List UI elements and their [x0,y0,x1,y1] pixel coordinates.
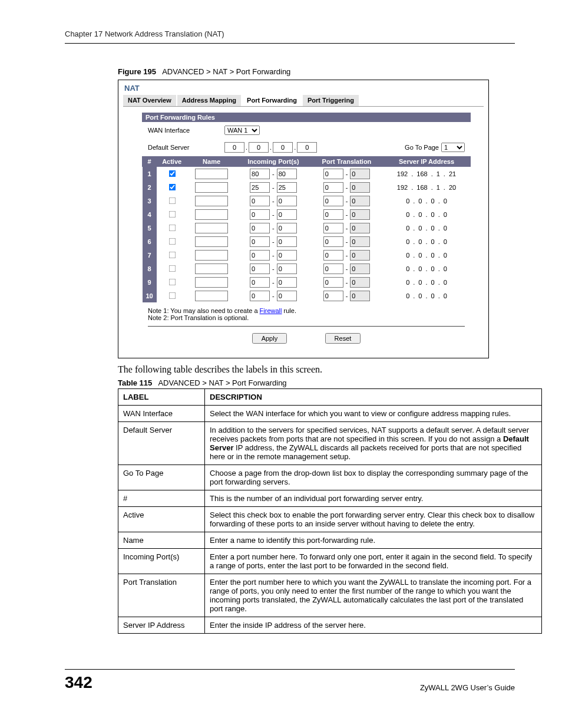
desc-text: In addition to the servers for specified… [205,422,542,465]
incoming-port-end[interactable] [277,169,297,179]
port-translation-start[interactable] [323,263,343,274]
desc-text: Enter a name to identify this port-forwa… [205,532,542,549]
port-translation-start[interactable] [323,236,343,247]
name-input[interactable] [195,169,228,179]
ip-octet: 0 [430,211,436,218]
tab-port-triggering[interactable]: Port Triggering [303,95,359,106]
active-checkbox[interactable] [168,197,176,205]
active-checkbox[interactable] [168,184,176,191]
desc-text: Enter a port number here. To forward onl… [205,549,542,574]
ip-octet: 0 [405,238,411,245]
incoming-port-start[interactable] [250,236,270,247]
ip-octet: 0 [405,265,411,272]
ip-octet: 0 [430,252,436,259]
name-input[interactable] [195,196,228,206]
desc-text: Choose a page from the drop-down list bo… [205,465,542,490]
port-translation-start[interactable] [323,291,343,301]
incoming-port-end[interactable] [277,209,297,220]
port-translation-start[interactable] [323,250,343,261]
default-server-ip-4[interactable] [297,142,317,153]
incoming-port-end[interactable] [277,182,297,193]
server-ip: 0.0.0.0 [405,238,448,245]
port-translation-start[interactable] [323,223,343,233]
port-translation-end [350,250,370,261]
desc-text: This is the number of an individual port… [205,490,542,507]
incoming-port-end[interactable] [277,196,297,206]
port-translation-start[interactable] [323,277,343,288]
ip-octet: 168 [415,170,428,177]
name-input[interactable] [195,223,228,233]
go-to-page-select[interactable]: 1 [441,143,465,152]
desc-label: Port Translation [118,574,205,617]
incoming-port-end[interactable] [277,223,297,233]
ip-octet: 168 [415,184,428,191]
port-translation-end [350,223,370,233]
incoming-port-start[interactable] [250,209,270,220]
reset-button[interactable]: Reset [325,333,361,344]
incoming-port-start[interactable] [250,182,270,193]
col-header: Name [187,157,236,167]
desc-label: Go To Page [118,465,205,490]
incoming-port-end[interactable] [277,291,297,301]
active-checkbox[interactable] [168,238,176,245]
active-checkbox[interactable] [168,170,176,177]
server-ip: 0.0.0.0 [405,225,448,232]
incoming-port-start[interactable] [250,291,270,301]
default-server-ip-3[interactable] [273,142,293,153]
active-checkbox[interactable] [168,225,176,232]
name-input[interactable] [195,277,228,288]
desc-label: Name [118,532,205,549]
active-checkbox[interactable] [168,265,176,272]
desc-label: Active [118,507,205,532]
ip-octet: 0 [417,197,423,205]
incoming-port-end[interactable] [277,236,297,247]
default-server-ip-2[interactable] [249,142,269,153]
name-input[interactable] [195,250,228,261]
row-index: 7 [143,248,157,262]
incoming-port-start[interactable] [250,263,270,274]
active-checkbox[interactable] [168,211,176,218]
table-row: 6--0.0.0.0 [143,235,471,248]
incoming-port-end[interactable] [277,250,297,261]
name-input[interactable] [195,291,228,301]
name-input[interactable] [195,263,228,274]
name-input[interactable] [195,182,228,193]
wan-interface-select[interactable]: WAN 1 [224,126,260,135]
port-translation-end [350,291,370,301]
incoming-port-start[interactable] [250,277,270,288]
port-translation-start[interactable] [323,169,343,179]
ip-octet: 0 [442,279,448,286]
active-checkbox[interactable] [168,292,176,299]
incoming-port-start[interactable] [250,196,270,206]
port-translation-start[interactable] [323,209,343,220]
active-checkbox[interactable] [168,279,176,286]
apply-button[interactable]: Apply [252,333,287,344]
table-row: 8--0.0.0.0 [143,262,471,275]
name-input[interactable] [195,236,228,247]
ip-octet: 0 [430,279,436,286]
incoming-port-end[interactable] [277,263,297,274]
tab-nat-overview[interactable]: NAT Overview [123,95,176,106]
ip-octet: 0 [405,279,411,286]
ip-octet: 0 [405,211,411,218]
name-input[interactable] [195,209,228,220]
tab-address-mapping[interactable]: Address Mapping [177,95,241,106]
default-server-ip: . . . [224,142,317,153]
firewall-link[interactable]: Firewall [260,307,282,314]
default-server-ip-1[interactable] [224,142,244,153]
port-translation-start[interactable] [323,196,343,206]
row-index: 3 [143,194,157,207]
incoming-port-start[interactable] [250,223,270,233]
ip-octet: 0 [430,238,436,245]
incoming-port-start[interactable] [250,250,270,261]
ip-octet: 0 [417,265,423,272]
incoming-port-end[interactable] [277,277,297,288]
ip-octet: 0 [442,225,448,232]
active-checkbox[interactable] [168,252,176,259]
ip-octet: 0 [405,292,411,299]
row-index: 2 [143,180,157,194]
tab-port-forwarding[interactable]: Port Forwarding [242,95,302,106]
port-translation-start[interactable] [323,182,343,193]
incoming-port-start[interactable] [250,169,270,179]
col-header: Server IP Address [383,157,471,167]
